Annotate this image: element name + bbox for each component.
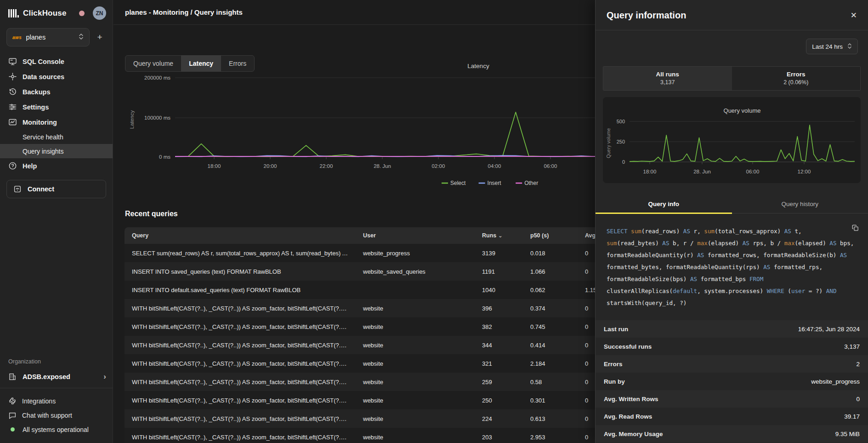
cell-query: WITH bitShiftLeft(CAST(?..), _CAST(?..))…	[125, 323, 356, 330]
sidebar-item-data-sources[interactable]: Data sources	[0, 69, 113, 84]
cell-runs: 344	[475, 342, 523, 349]
x-tick-label: 12:00	[798, 169, 811, 174]
cell-user: website	[356, 323, 475, 330]
cell-p50: 0.613	[523, 415, 578, 422]
organization-icon	[8, 373, 17, 381]
sidebar-item-service-health[interactable]: Service health	[0, 130, 113, 144]
cell-query: WITH bitShiftLeft(CAST(?..), _CAST(?..))…	[125, 379, 356, 385]
table-row[interactable]: WITH bitShiftLeft(CAST(?..), _CAST(?..))…	[125, 373, 667, 391]
notification-dot-icon[interactable]	[79, 11, 85, 16]
table-row[interactable]: WITH bitShiftLeft(CAST(?..), _CAST(?..))…	[125, 409, 667, 428]
cell-query: WITH bitShiftLeft(CAST(?..), _CAST(?..))…	[125, 415, 356, 422]
sort-desc-icon: ⌄	[498, 233, 502, 238]
query-info-tabs: Query infoQuery history	[596, 196, 868, 213]
y-tick-label: 500	[617, 119, 625, 124]
time-range-select[interactable]: Last 24 hrs	[806, 39, 858, 54]
y-axis-label: Query volume	[606, 128, 611, 158]
user-avatar[interactable]: ZN	[93, 6, 106, 20]
chart-title: Latency	[467, 63, 489, 69]
cell-user: website	[356, 342, 475, 349]
table-row[interactable]: WITH bitShiftLeft(CAST(?..), _CAST(?..))…	[125, 391, 667, 409]
stat-label: Avg. Memory Usage	[604, 431, 663, 437]
table-row[interactable]: WITH bitShiftLeft(CAST(?..), _CAST(?..))…	[125, 299, 667, 317]
stat-tab-errors[interactable]: Errors2 (0.06%)	[732, 67, 861, 90]
service-selector[interactable]: aws planes	[6, 28, 90, 46]
sql-code-block: SELECT sum(read_rows) AS r, sum(total_ro…	[596, 213, 868, 309]
cell-p50: 0.301	[523, 397, 578, 404]
sidebar-item-query-insights[interactable]: Query insights	[0, 144, 113, 158]
query-volume-card[interactable]: Query volumeQuery volume025050018:0028. …	[603, 97, 861, 183]
table-row[interactable]: WITH bitShiftLeft(CAST(?..), _CAST(?..))…	[125, 317, 667, 336]
cell-runs: 3139	[475, 250, 523, 257]
sidebar-item-label: Data sources	[23, 73, 64, 81]
stat-row-avg-read-rows: Avg. Read Rows39.17	[596, 408, 868, 425]
tab-query-info[interactable]: Query info	[596, 196, 732, 213]
sidebar-item-monitoring[interactable]: Monitoring	[0, 115, 113, 130]
stat-label: Run by	[604, 378, 625, 385]
cell-p50: 0.018	[523, 250, 578, 257]
cell-runs: 396	[475, 305, 523, 312]
stat-tab-label: Errors	[732, 71, 861, 78]
drawer-title: Query information	[607, 10, 686, 21]
y-tick-label: 0 ms	[159, 154, 170, 160]
cell-query: WITH bitShiftLeft(CAST(?..), _CAST(?..))…	[125, 434, 356, 441]
x-tick-label: 06:00	[544, 163, 557, 169]
cell-query: WITH bitShiftLeft(CAST(?..), _CAST(?..))…	[125, 305, 356, 312]
chevron-right-icon: ›	[103, 372, 106, 381]
service-name: planes	[26, 34, 74, 41]
sidebar-item-help[interactable]: Help	[0, 158, 113, 173]
series-query-volume	[630, 125, 855, 161]
table-row[interactable]: INSERT INTO default.saved_queries (text)…	[125, 281, 667, 299]
x-tick-label: 04:00	[488, 163, 501, 169]
sidebar-item-settings[interactable]: Settings	[0, 99, 113, 115]
organization-name: ADSB.exposed	[23, 373, 70, 380]
page-title: planes - Monitoring / Query insights	[125, 8, 243, 16]
table-row[interactable]: WITH bitShiftLeft(CAST(?..), _CAST(?..))…	[125, 354, 667, 373]
stat-tab-value: 3,137	[603, 79, 732, 86]
stat-value: website_progress	[811, 378, 860, 385]
puzzle-icon	[8, 397, 17, 405]
footer-item-all-systems-operational[interactable]: All systems operational	[0, 422, 113, 437]
stat-value: 2	[856, 361, 860, 368]
column-header-runs[interactable]: Runs⌄	[475, 232, 523, 239]
stat-row-last-run: Last run16:47:25, Jun 28 2024	[596, 320, 868, 338]
organization-switcher[interactable]: ADSB.exposed ›	[0, 369, 113, 388]
stat-tab-all-runs[interactable]: All runs3,137	[603, 67, 732, 90]
tab-query-history[interactable]: Query history	[732, 196, 868, 213]
sidebar-item-backups[interactable]: Backups	[0, 84, 113, 99]
query-volume-chart-svg: Query volumeQuery volume025050018:0028. …	[603, 97, 861, 183]
copy-icon[interactable]	[852, 224, 859, 236]
connect-icon	[13, 185, 22, 194]
stat-value: 0	[856, 396, 860, 403]
cell-runs: 203	[475, 434, 523, 441]
chart-title: Query volume	[724, 107, 761, 114]
cell-p50: 0.58	[523, 379, 578, 385]
add-service-button[interactable]: +	[93, 31, 106, 44]
stat-row-run-by: Run bywebsite_progress	[596, 373, 868, 390]
query-information-panel: Query information ✕ Last 24 hrs All runs…	[595, 0, 868, 443]
stat-row-avg-written-rows: Avg. Written Rows0	[596, 390, 868, 408]
cell-user: website	[356, 379, 475, 385]
stat-value: 39.17	[844, 413, 860, 420]
cell-runs: 224	[475, 415, 523, 422]
table-row[interactable]: WITH bitShiftLeft(CAST(?..), _CAST(?..))…	[125, 336, 667, 354]
footer-item-integrations[interactable]: Integrations	[0, 394, 113, 408]
legend-select: Select	[450, 180, 466, 186]
stat-row-successful-runs: Successful runs3,137	[596, 338, 868, 355]
time-range-value: Last 24 hrs	[812, 43, 843, 50]
cell-p50: 0.745	[523, 323, 578, 330]
table-row[interactable]: WITH bitShiftLeft(CAST(?..), _CAST(?..))…	[125, 428, 667, 443]
footer-item-chat-with-support[interactable]: Chat with support	[0, 408, 113, 422]
table-row[interactable]: INSERT INTO saved_queries (text) FORMAT …	[125, 262, 667, 281]
sidebar-item-sql-console[interactable]: SQL Console	[0, 54, 113, 69]
chevron-updown-icon	[79, 33, 84, 42]
close-icon[interactable]: ✕	[851, 12, 857, 19]
sidebar-item-label: Query insights	[23, 148, 63, 155]
x-tick-label: 18:00	[208, 163, 221, 169]
cell-user: website_saved_queries	[356, 268, 475, 275]
table-header-row: QueryUserRuns⌄p50 (s)Avg.	[125, 227, 667, 244]
monitoring-icon	[8, 118, 17, 127]
sidebar: ClickHouse ZN aws planes + SQL ConsoleDa…	[0, 0, 113, 443]
table-row[interactable]: SELECT sum(read_rows) AS r, sum(total_ro…	[125, 244, 667, 262]
connect-button[interactable]: Connect	[6, 180, 106, 198]
